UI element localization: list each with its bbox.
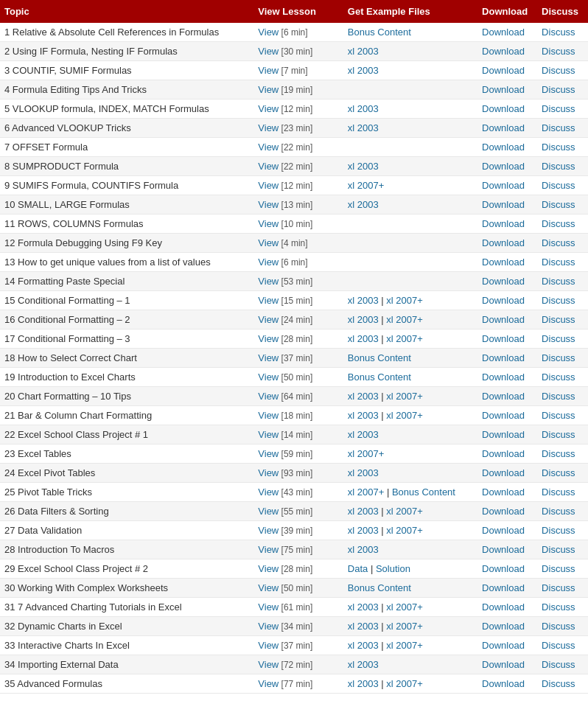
discuss-link[interactable]: Discuss <box>542 640 575 651</box>
view-lesson-cell[interactable]: View [55 min] <box>253 502 343 521</box>
view-lesson-cell[interactable]: View [13 min] <box>253 195 343 214</box>
view-lesson-cell[interactable]: View [19 min] <box>253 80 343 100</box>
view-link[interactable]: View <box>258 372 279 383</box>
discuss-cell[interactable]: Discuss <box>537 349 588 368</box>
files-cell[interactable]: Bonus Content <box>343 368 477 387</box>
file-link[interactable]: xl 2007+ <box>386 601 423 613</box>
file-link[interactable]: Bonus Content <box>348 27 411 38</box>
view-link[interactable]: View <box>258 448 279 459</box>
file-link[interactable]: xl 2003 <box>348 678 379 689</box>
discuss-link[interactable]: Discuss <box>542 372 575 383</box>
download-cell[interactable]: Download <box>477 444 537 464</box>
download-cell[interactable]: Download <box>477 559 537 579</box>
download-cell[interactable]: Download <box>477 234 537 253</box>
file-link[interactable]: xl 2007+ <box>386 333 423 344</box>
download-cell[interactable]: Download <box>477 636 537 655</box>
discuss-cell[interactable]: Discuss <box>537 598 588 617</box>
files-cell[interactable] <box>343 214 477 234</box>
discuss-link[interactable]: Discuss <box>542 199 575 210</box>
download-cell[interactable]: Download <box>477 195 537 214</box>
discuss-link[interactable]: Discuss <box>542 429 575 440</box>
files-cell[interactable]: xl 2007+ | Bonus Content <box>343 483 477 502</box>
file-link[interactable]: xl 2003 <box>348 621 379 632</box>
download-cell[interactable]: Download <box>477 253 537 272</box>
files-cell[interactable]: xl 2003 <box>343 425 477 444</box>
view-link[interactable]: View <box>258 180 279 191</box>
view-lesson-cell[interactable]: View [53 min] <box>253 272 343 291</box>
download-cell[interactable]: Download <box>477 655 537 674</box>
discuss-cell[interactable]: Discuss <box>537 61 588 80</box>
download-link[interactable]: Download <box>482 544 525 555</box>
view-lesson-cell[interactable]: View [4 min] <box>253 234 343 253</box>
view-lesson-cell[interactable]: View [37 min] <box>253 636 343 655</box>
view-link[interactable]: View <box>258 314 279 325</box>
files-cell[interactable]: xl 2003 <box>343 195 477 214</box>
discuss-link[interactable]: Discuss <box>542 142 575 153</box>
view-link[interactable]: View <box>258 161 279 172</box>
files-cell[interactable]: xl 2003 | xl 2007+ <box>343 310 477 329</box>
file-link[interactable]: xl 2007+ <box>386 621 423 632</box>
discuss-link[interactable]: Discuss <box>542 621 575 632</box>
view-lesson-cell[interactable]: View [24 min] <box>253 310 343 329</box>
file-link[interactable]: xl 2003 <box>348 659 379 670</box>
view-link[interactable]: View <box>258 582 279 593</box>
view-lesson-cell[interactable]: View [72 min] <box>253 655 343 674</box>
discuss-link[interactable]: Discuss <box>542 180 575 191</box>
files-cell[interactable] <box>343 272 477 291</box>
download-link[interactable]: Download <box>482 429 525 440</box>
download-cell[interactable]: Download <box>477 23 537 42</box>
files-cell[interactable]: xl 2003 <box>343 157 477 176</box>
download-cell[interactable]: Download <box>477 406 537 425</box>
file-link[interactable]: xl 2003 <box>348 103 379 114</box>
view-lesson-cell[interactable]: View [50 min] <box>253 579 343 598</box>
discuss-cell[interactable]: Discuss <box>537 674 588 694</box>
file-link[interactable]: xl 2003 <box>348 544 379 555</box>
discuss-cell[interactable]: Discuss <box>537 655 588 674</box>
discuss-link[interactable]: Discuss <box>542 678 575 689</box>
file-link[interactable]: xl 2007+ <box>348 448 385 459</box>
view-lesson-cell[interactable]: View [93 min] <box>253 464 343 483</box>
view-lesson-cell[interactable]: View [64 min] <box>253 387 343 406</box>
view-lesson-cell[interactable]: View [12 min] <box>253 100 343 119</box>
discuss-link[interactable]: Discuss <box>542 295 575 306</box>
file-link[interactable]: xl 2007+ <box>348 180 385 191</box>
files-cell[interactable]: xl 2003 <box>343 61 477 80</box>
view-link[interactable]: View <box>258 122 279 133</box>
download-link[interactable]: Download <box>482 506 525 517</box>
discuss-link[interactable]: Discuss <box>542 237 575 248</box>
discuss-link[interactable]: Discuss <box>542 65 575 76</box>
file-link[interactable]: xl 2003 <box>348 467 379 478</box>
download-cell[interactable]: Download <box>477 119 537 138</box>
view-lesson-cell[interactable]: View [28 min] <box>253 559 343 579</box>
download-cell[interactable]: Download <box>477 425 537 444</box>
discuss-link[interactable]: Discuss <box>542 276 575 287</box>
discuss-cell[interactable]: Discuss <box>537 579 588 598</box>
view-link[interactable]: View <box>258 486 279 498</box>
view-link[interactable]: View <box>258 410 279 421</box>
discuss-link[interactable]: Discuss <box>542 27 575 38</box>
discuss-cell[interactable]: Discuss <box>537 272 588 291</box>
discuss-link[interactable]: Discuss <box>542 659 575 670</box>
download-link[interactable]: Download <box>482 199 525 210</box>
view-link[interactable]: View <box>258 506 279 517</box>
file-link[interactable]: xl 2007+ <box>386 410 423 421</box>
file-link[interactable]: xl 2003 <box>348 525 379 536</box>
download-cell[interactable]: Download <box>477 464 537 483</box>
download-cell[interactable]: Download <box>477 157 537 176</box>
file-link[interactable]: xl 2007+ <box>386 391 423 402</box>
file-link[interactable]: xl 2007+ <box>386 525 423 536</box>
discuss-link[interactable]: Discuss <box>542 391 575 402</box>
files-cell[interactable]: Data | Solution <box>343 559 477 579</box>
files-cell[interactable] <box>343 138 477 157</box>
download-link[interactable]: Download <box>482 295 525 306</box>
view-link[interactable]: View <box>258 391 279 402</box>
file-link[interactable]: xl 2007+ <box>348 486 385 498</box>
discuss-cell[interactable]: Discuss <box>537 636 588 655</box>
discuss-cell[interactable]: Discuss <box>537 425 588 444</box>
discuss-cell[interactable]: Discuss <box>537 368 588 387</box>
discuss-link[interactable]: Discuss <box>542 544 575 555</box>
download-cell[interactable]: Download <box>477 521 537 540</box>
download-cell[interactable]: Download <box>477 138 537 157</box>
file-link[interactable]: xl 2007+ <box>386 506 423 517</box>
file-link[interactable]: xl 2003 <box>348 429 379 440</box>
